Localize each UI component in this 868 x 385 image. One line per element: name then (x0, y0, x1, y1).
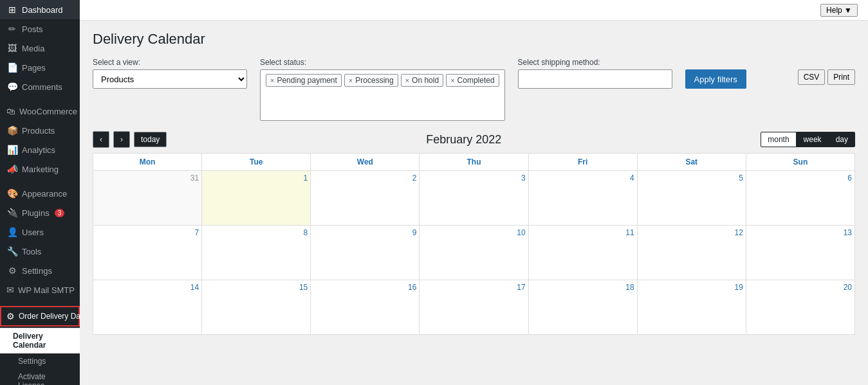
sidebar-submenu-delivery-calendar[interactable]: Delivery Calendar (0, 328, 80, 354)
calendar-cell[interactable]: 11 (528, 226, 637, 280)
calendar-view-day[interactable]: day (829, 132, 855, 147)
calendar-cell[interactable]: 1 (202, 171, 311, 226)
calendar-header-mon: Mon (93, 154, 202, 171)
csv-button[interactable]: CSV (798, 69, 826, 85)
calendar-cell[interactable]: 16 (311, 280, 420, 335)
sidebar-item-order-delivery[interactable]: ⚙ Order Delivery Date (1, 307, 78, 325)
sidebar-item-media[interactable]: 🖼 Media (0, 39, 80, 58)
help-button[interactable]: Help ▼ (820, 4, 858, 17)
calendar-cell[interactable]: 15 (202, 280, 311, 335)
sidebar-item-label: Pages (22, 63, 46, 73)
sidebar-item-label: Plugins (22, 208, 50, 218)
users-icon: 👤 (6, 227, 18, 237)
sidebar-item-marketing[interactable]: 📣 Marketing (0, 159, 80, 179)
view-select[interactable]: Products (93, 69, 247, 89)
day-number: 15 (205, 283, 308, 292)
calendar-cell[interactable]: 19 (637, 280, 746, 335)
calendar-cell[interactable]: 31 (93, 171, 202, 226)
calendar-cell[interactable]: 8 (202, 226, 311, 280)
print-button[interactable]: Print (827, 69, 855, 85)
tools-icon: 🔧 (6, 246, 18, 256)
sidebar: ⊞ Dashboard ✏ Posts 🖼 Media 📄 Pages 💬 Co… (0, 0, 80, 385)
calendar-cell[interactable]: 13 (746, 226, 854, 280)
sidebar-item-dashboard[interactable]: ⊞ Dashboard (0, 0, 80, 19)
sidebar-item-settings[interactable]: ⚙ Settings (0, 261, 80, 280)
day-number: 11 (531, 228, 634, 237)
view-filter-group: Select a view: Products (93, 58, 247, 89)
topbar: Help ▼ (80, 0, 868, 21)
calendar-header-sat: Sat (637, 154, 746, 171)
sidebar-item-label: Appearance (22, 189, 67, 199)
sidebar-item-label: Products (22, 126, 55, 136)
calendar-cell[interactable]: 2 (311, 171, 420, 226)
plugins-badge: 3 (55, 209, 65, 217)
sidebar-item-woocommerce[interactable]: 🛍 WooCommerce (0, 102, 80, 121)
calendar-cell[interactable]: 17 (420, 280, 528, 335)
calendar-cell[interactable]: 20 (746, 280, 854, 335)
status-tag-completed[interactable]: × Completed (446, 74, 499, 87)
csv-print-group: CSV Print (798, 69, 855, 85)
day-number: 4 (531, 174, 634, 183)
calendar-table: Mon Tue Wed Thu Fri Sat Sun 311234567891… (93, 153, 855, 335)
calendar-header-thu: Thu (420, 154, 528, 171)
sidebar-item-products[interactable]: 📦 Products (0, 121, 80, 140)
status-tag-processing[interactable]: × Processing (344, 74, 398, 87)
status-tag-on-hold[interactable]: × On hold (401, 74, 443, 87)
calendar-cell[interactable]: 18 (528, 280, 637, 335)
filters-bar: Select a view: Products Select status: ×… (93, 58, 855, 121)
calendar-cell[interactable]: 10 (420, 226, 528, 280)
calendar-cell[interactable]: 5 (637, 171, 746, 226)
sidebar-item-analytics[interactable]: 📊 Analytics (0, 140, 80, 159)
sidebar-item-appearance[interactable]: 🎨 Appearance (0, 184, 80, 203)
day-number: 3 (422, 174, 525, 183)
calendar-today-button[interactable]: today (134, 132, 167, 147)
calendar-prev-button[interactable]: ‹ (93, 131, 109, 148)
appearance-icon: 🎨 (6, 188, 18, 199)
day-number: 13 (749, 228, 852, 237)
status-box: × Pending payment × Processing × On hold… (260, 69, 505, 121)
sidebar-item-posts[interactable]: ✏ Posts (0, 19, 80, 39)
sidebar-submenu-settings[interactable]: Settings (0, 354, 80, 369)
calendar-cell[interactable]: 3 (420, 171, 528, 226)
calendar-cell[interactable]: 6 (746, 171, 854, 226)
calendar-nav: ‹ › today February 2022 month week day (93, 131, 855, 148)
sidebar-item-wp-mail-smtp[interactable]: ✉ WP Mail SMTP (0, 280, 80, 300)
view-label: Select a view: (93, 58, 247, 67)
sidebar-item-comments[interactable]: 💬 Comments (0, 77, 80, 96)
calendar-header-sun: Sun (746, 154, 854, 171)
shipping-input[interactable] (518, 69, 672, 89)
calendar-cell[interactable]: 9 (311, 226, 420, 280)
calendar-cell[interactable]: 4 (528, 171, 637, 226)
calendar-cell[interactable]: 14 (93, 280, 202, 335)
sidebar-item-plugins[interactable]: 🔌 Plugins 3 (0, 203, 80, 222)
calendar-view-month[interactable]: month (761, 132, 796, 147)
sidebar-item-label: Dashboard (22, 5, 63, 15)
day-number: 31 (96, 174, 199, 183)
page-content: Delivery Calendar Select a view: Product… (80, 21, 868, 385)
shipping-label: Select shipping method: (518, 58, 672, 67)
day-number: 12 (640, 228, 743, 237)
comments-icon: 💬 (6, 82, 18, 92)
day-number: 5 (640, 174, 743, 183)
calendar-month-title: February 2022 (426, 133, 501, 147)
status-tag-pending[interactable]: × Pending payment (266, 74, 342, 87)
sidebar-item-label: Order Delivery Date (19, 312, 80, 321)
calendar-header-fri: Fri (528, 154, 637, 171)
day-number: 14 (96, 283, 199, 292)
calendar-cell[interactable]: 7 (93, 226, 202, 280)
day-number: 10 (422, 228, 525, 237)
sidebar-item-label: Media (22, 44, 44, 53)
sidebar-submenu-activate-license[interactable]: Activate License (0, 369, 80, 385)
calendar-view-week[interactable]: week (797, 132, 829, 147)
sidebar-item-users[interactable]: 👤 Users (0, 222, 80, 242)
apply-filters-button[interactable]: Apply filters (685, 69, 746, 89)
day-number: 17 (422, 283, 525, 292)
sidebar-item-pages[interactable]: 📄 Pages (0, 58, 80, 77)
sidebar-item-label: WP Mail SMTP (18, 285, 75, 295)
sidebar-item-label: WooCommerce (19, 107, 77, 116)
calendar-next-button[interactable]: › (113, 131, 130, 148)
sidebar-item-tools[interactable]: 🔧 Tools (0, 242, 80, 261)
calendar-cell[interactable]: 12 (637, 226, 746, 280)
status-label: Select status: (260, 58, 505, 67)
day-number: 2 (313, 174, 416, 183)
